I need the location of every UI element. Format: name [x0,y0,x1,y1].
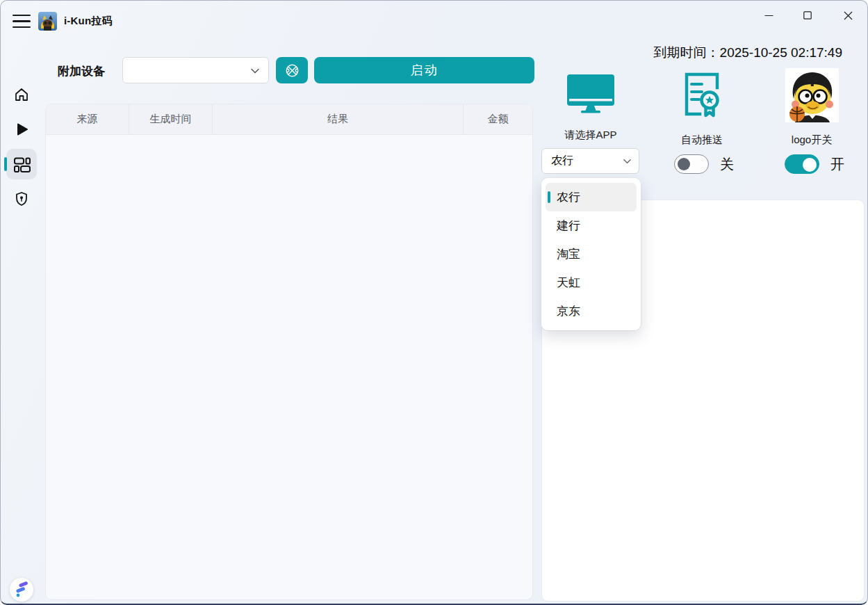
dropdown-option-label: 天虹 [557,275,580,291]
start-button[interactable]: 启动 [314,57,534,83]
sidebar-item-home[interactable] [13,86,30,103]
monitor-icon [566,73,616,113]
titlebar: i-Kun拉码 [1,1,867,40]
sidebar-item-codes[interactable] [13,155,31,173]
dropdown-option-jingdong[interactable]: 京东 [546,297,637,325]
app-title: i-Kun拉码 [64,15,113,28]
dropdown-option-label: 淘宝 [557,246,580,262]
app-window: i-Kun拉码 [0,0,868,605]
app-picker-label: 请选择APP [549,129,632,142]
home-icon [13,86,30,103]
sidebar-active-indicator [4,157,7,171]
auto-push-toggle[interactable] [674,154,709,174]
device-select[interactable] [122,57,269,83]
selected-option-indicator [548,191,550,203]
col-header-source: 来源 [46,104,129,134]
flash-logo-icon [10,578,33,602]
toggle-knob [803,158,817,172]
auto-push-label: 自动推送 [660,134,744,147]
refresh-basketball-button[interactable] [276,57,308,83]
play-icon [13,121,30,138]
chevron-down-icon [623,159,631,164]
kun-avatar [785,68,839,122]
grid-icon [13,155,31,173]
col-header-result: 结果 [212,104,463,134]
app-dropdown-popup: 农行 建行 淘宝 天虹 京东 [541,178,641,330]
dropdown-option-taobao[interactable]: 淘宝 [546,240,637,268]
sidebar [1,40,42,602]
toggle-knob [678,158,690,170]
app-logo-icon [38,12,57,31]
minimize-button[interactable] [753,3,785,27]
dropdown-option-tianhong[interactable]: 天虹 [546,268,637,297]
expiry-time: 到期时间：2025-10-25 02:17:49 [654,44,842,62]
sidebar-item-security[interactable] [13,191,30,207]
menu-hamburger-icon[interactable] [13,15,31,28]
dropdown-option-label: 建行 [557,218,580,234]
chevron-down-icon [251,68,259,74]
logo-switch-label: logo开关 [770,134,853,147]
sidebar-item-run[interactable] [13,121,30,138]
basketball-icon [284,63,300,79]
close-button[interactable] [832,3,864,27]
dropdown-option-jianhang[interactable]: 建行 [546,211,637,240]
logo-switch-state: 开 [830,155,844,174]
app-select-value: 农行 [542,154,573,168]
dropdown-option-label: 农行 [557,189,580,205]
expiry-value: 2025-10-25 02:17:49 [720,45,842,60]
dropdown-option-label: 京东 [557,303,580,319]
expiry-label: 到期时间： [654,45,720,60]
col-header-amount: 金额 [463,104,532,134]
results-table: 来源 生成时间 结果 金额 [45,104,533,600]
col-header-created-time: 生成时间 [129,104,212,134]
sidebar-item-flash[interactable] [10,578,33,602]
maximize-button[interactable] [792,3,824,27]
logo-switch-toggle[interactable] [785,154,819,174]
shield-icon [13,191,30,207]
app-select[interactable]: 农行 [541,148,639,174]
dropdown-option-nonghang[interactable]: 农行 [546,183,637,211]
certificate-icon [681,71,723,118]
auto-push-state: 关 [720,155,734,174]
table-header-row: 来源 生成时间 结果 金额 [46,104,532,135]
device-label: 附加设备 [58,63,105,79]
